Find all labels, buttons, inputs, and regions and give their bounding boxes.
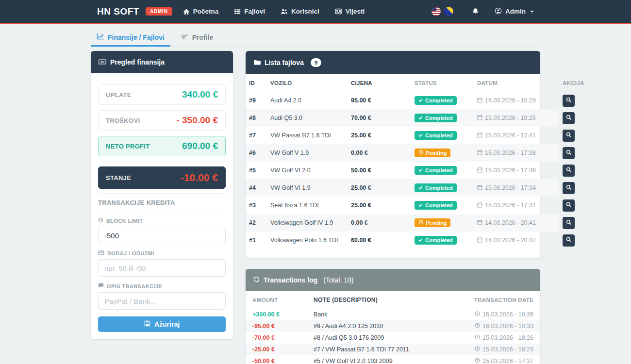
tab-label: Finansije / Fajlovi bbox=[108, 33, 165, 41]
file-price: 25.00 € bbox=[347, 179, 411, 197]
search-icon bbox=[566, 237, 572, 244]
transactions-card: Transactions log (Total: 10) AMOUNT NOTE… bbox=[246, 269, 540, 364]
clock-icon bbox=[475, 346, 480, 354]
view-file-button[interactable] bbox=[563, 182, 575, 194]
bosnia-flag-icon[interactable] bbox=[444, 7, 453, 16]
view-file-button[interactable] bbox=[563, 130, 575, 142]
col-transaction-date: TRANSACTION DATE bbox=[424, 291, 541, 309]
nav-item-label: Vijesti bbox=[346, 8, 365, 15]
block-limit-input[interactable] bbox=[98, 227, 226, 244]
tab-finansije-fajlovi[interactable]: Finansije / Fajlovi bbox=[91, 29, 170, 47]
clock-icon bbox=[475, 311, 480, 319]
credit-card-icon bbox=[98, 250, 104, 256]
us-flag-icon[interactable] bbox=[432, 7, 441, 16]
admin-badge: ADMIN bbox=[146, 7, 172, 16]
nav-item-korisnici[interactable]: Korisnici bbox=[281, 8, 319, 15]
file-vehicle: Volkswagen Golf IV 1.9 bbox=[266, 214, 347, 232]
transaction-row: -95.00 € #9 / Audi A4 2.0 125 2010 16.03… bbox=[246, 320, 540, 332]
calendar-icon bbox=[477, 237, 482, 244]
file-date: 16.03.2026 - 10:29 bbox=[477, 97, 536, 104]
status-badge: Completed bbox=[415, 183, 457, 192]
cogs-icon bbox=[181, 33, 188, 41]
file-id: #6 bbox=[246, 144, 266, 162]
brand[interactable]: HN SOFT ADMIN bbox=[97, 6, 172, 17]
view-file-button[interactable] bbox=[563, 199, 575, 212]
newspaper-icon bbox=[335, 8, 342, 15]
status-label: Completed bbox=[425, 202, 453, 208]
nav-item-fajlovi[interactable]: Fajlovi bbox=[234, 8, 265, 15]
view-file-button[interactable] bbox=[563, 147, 575, 159]
status-badge: Pending bbox=[415, 149, 450, 157]
file-date: 15.03.2026 - 17:36 bbox=[477, 167, 536, 174]
clock-icon bbox=[475, 357, 480, 364]
transactions-card-header: Transactions log (Total: 10) bbox=[246, 269, 540, 291]
search-icon bbox=[566, 115, 572, 122]
file-vehicle: Seat Ibiza 1.6 TDI bbox=[266, 197, 347, 214]
file-vehicle: Audi Q5 3.0 bbox=[266, 109, 347, 127]
transaction-note: #9 / Audi A4 2.0 125 2010 bbox=[307, 320, 424, 332]
file-price: 25.00 € bbox=[347, 197, 411, 214]
file-id: #5 bbox=[246, 162, 266, 179]
credit-transactions-heading: TRANSAKCIJE KREDITA bbox=[98, 199, 226, 206]
caret-down-icon bbox=[530, 11, 534, 13]
transactions-title: Transactions log bbox=[264, 276, 317, 284]
view-file-button[interactable] bbox=[563, 234, 575, 247]
file-price: 60.00 € bbox=[347, 232, 411, 249]
tab-label: Profile bbox=[192, 33, 214, 41]
admin-menu[interactable]: Admin bbox=[495, 7, 534, 16]
transaction-note: #7 / VW Passat B7 1.6 TDI 77 2011 bbox=[307, 344, 424, 355]
nav-item-pocetna[interactable]: Početna bbox=[183, 8, 219, 15]
status-badge: Completed bbox=[415, 201, 457, 210]
status-label: Completed bbox=[425, 185, 453, 191]
file-price: 70.00 € bbox=[347, 109, 411, 127]
col-datum: DATUM bbox=[473, 74, 559, 92]
azuriraj-button[interactable]: Ažuriraj bbox=[98, 316, 226, 332]
search-icon bbox=[566, 149, 572, 157]
admin-label: Admin bbox=[505, 8, 526, 15]
tab-profile[interactable]: Profile bbox=[175, 29, 219, 47]
col-vozilo: VOZILO bbox=[266, 74, 347, 92]
status-badge: Completed bbox=[415, 236, 457, 245]
file-id: #2 bbox=[246, 214, 266, 232]
stat-stanje: STANJE -10.00 € bbox=[98, 166, 226, 189]
view-file-button[interactable] bbox=[563, 112, 575, 124]
opis-transakcije-input[interactable] bbox=[98, 292, 226, 310]
transaction-note: Bank bbox=[307, 309, 424, 320]
view-file-button[interactable] bbox=[563, 95, 575, 107]
money-bill-icon bbox=[99, 58, 106, 66]
files-card: Lista fajlova 9 ID VOZILO CIJENA STATUS … bbox=[246, 51, 540, 258]
chart-line-icon bbox=[97, 33, 104, 41]
check-icon bbox=[418, 202, 423, 208]
dodaj-oduzmi-input[interactable] bbox=[98, 259, 226, 277]
stat-value: -10.00 € bbox=[181, 172, 218, 183]
check-icon bbox=[418, 167, 423, 173]
transaction-date: 16.03.2026 - 10:33 bbox=[475, 322, 533, 331]
file-vehicle: VW Golf V 1.9 bbox=[266, 144, 347, 162]
stat-uplate: UPLATE 340.00 € bbox=[98, 84, 226, 105]
transaction-amount: -25.00 € bbox=[246, 344, 307, 355]
status-badge: Completed bbox=[415, 131, 457, 140]
search-icon bbox=[566, 184, 572, 192]
view-file-button[interactable] bbox=[563, 165, 575, 177]
check-icon bbox=[418, 237, 423, 243]
files-card-header: Lista fajlova 9 bbox=[246, 51, 540, 74]
status-label: Completed bbox=[425, 132, 453, 138]
file-id: #8 bbox=[246, 109, 266, 127]
brand-text: HN SOFT bbox=[97, 6, 139, 17]
file-date: 15.03.2026 - 17:41 bbox=[477, 132, 536, 139]
nav-item-vijesti[interactable]: Vijesti bbox=[335, 8, 365, 15]
block-limit-label: BLOCK LIMIT bbox=[98, 217, 226, 224]
file-vehicle: VW Passat B7 1.6 TDI bbox=[266, 127, 347, 144]
transaction-date: 15.03.2026 - 17:37 bbox=[475, 357, 533, 364]
search-icon bbox=[566, 167, 572, 174]
stat-value: - 350.00 € bbox=[176, 115, 218, 126]
nav-items: Početna Fajlovi Korisnici Vijesti bbox=[183, 8, 365, 15]
bell-icon[interactable] bbox=[472, 8, 479, 15]
stat-value: 690.00 € bbox=[182, 141, 218, 151]
status-label: Pending bbox=[426, 150, 447, 156]
tab-bar: Finansije / Fajlovi Profile bbox=[91, 24, 540, 47]
file-price: 0.00 € bbox=[347, 144, 411, 162]
calendar-icon bbox=[477, 202, 482, 209]
view-file-button[interactable] bbox=[563, 217, 575, 229]
file-date: 15.03.2026 - 17:31 bbox=[477, 202, 536, 209]
